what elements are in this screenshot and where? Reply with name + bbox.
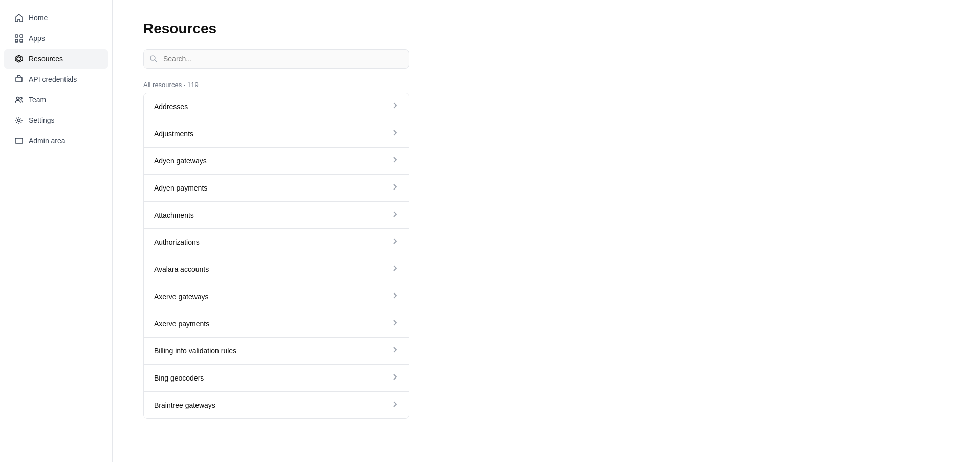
sidebar-item-api-credentials[interactable]: API credentials [4, 70, 108, 89]
resources-count: All resources · 119 [143, 81, 949, 89]
chevron-right-icon [390, 373, 399, 383]
svg-rect-3 [20, 39, 23, 42]
svg-point-11 [150, 56, 155, 60]
resource-name-attachments: Attachments [154, 211, 194, 219]
resource-name-adyen-payments: Adyen payments [154, 184, 207, 192]
svg-point-7 [17, 97, 19, 100]
search-container [143, 49, 949, 69]
resource-name-adyen-gateways: Adyen gateways [154, 157, 207, 165]
resource-item-billing-info-validation-rules[interactable]: Billing info validation rules [144, 338, 409, 365]
sidebar-item-admin-area[interactable]: Admin area [4, 131, 108, 151]
settings-icon [14, 116, 24, 125]
chevron-right-icon [390, 210, 399, 220]
page-title: Resources [143, 20, 949, 37]
chevron-right-icon [390, 129, 399, 139]
svg-line-12 [155, 60, 157, 62]
resources-list: AddressesAdjustmentsAdyen gatewaysAdyen … [143, 93, 409, 419]
chevron-right-icon [390, 156, 399, 166]
sidebar-item-home[interactable]: Home [4, 8, 108, 28]
svg-rect-6 [16, 77, 22, 82]
chevron-right-icon [390, 101, 399, 112]
resource-item-authorizations[interactable]: Authorizations [144, 229, 409, 256]
resource-name-avalara-accounts: Avalara accounts [154, 265, 209, 274]
chevron-right-icon [390, 237, 399, 247]
sidebar-item-label-admin-area: Admin area [29, 137, 66, 145]
chevron-right-icon [390, 400, 399, 410]
svg-rect-0 [15, 35, 18, 37]
chevron-right-icon [390, 183, 399, 193]
sidebar-item-apps[interactable]: Apps [4, 29, 108, 48]
resource-item-adjustments[interactable]: Adjustments [144, 120, 409, 148]
resource-name-bing-geocoders: Bing geocoders [154, 374, 204, 382]
svg-rect-10 [15, 138, 23, 143]
chevron-right-icon [390, 346, 399, 356]
search-input[interactable] [143, 49, 409, 69]
svg-rect-1 [20, 35, 23, 37]
search-icon [149, 55, 158, 63]
svg-marker-5 [17, 57, 21, 61]
resource-name-adjustments: Adjustments [154, 130, 193, 138]
admin-icon [14, 136, 24, 145]
apps-icon [14, 34, 24, 43]
sidebar-item-label-team: Team [29, 96, 46, 104]
svg-point-8 [20, 97, 22, 99]
chevron-right-icon [390, 319, 399, 329]
resource-item-bing-geocoders[interactable]: Bing geocoders [144, 365, 409, 392]
resource-name-billing-info-validation-rules: Billing info validation rules [154, 347, 236, 355]
main-content: Resources All resources · 119 AddressesA… [113, 0, 980, 462]
resource-item-adyen-payments[interactable]: Adyen payments [144, 175, 409, 202]
resource-item-avalara-accounts[interactable]: Avalara accounts [144, 256, 409, 283]
resource-item-braintree-gateways[interactable]: Braintree gateways [144, 392, 409, 418]
resource-name-braintree-gateways: Braintree gateways [154, 401, 215, 409]
resources-icon [14, 54, 24, 64]
svg-point-9 [18, 119, 20, 122]
team-icon [14, 95, 24, 104]
api-icon [14, 75, 24, 84]
resource-name-axerve-payments: Axerve payments [154, 320, 209, 328]
resource-item-axerve-payments[interactable]: Axerve payments [144, 310, 409, 338]
sidebar-item-team[interactable]: Team [4, 90, 108, 110]
home-icon [14, 13, 24, 23]
sidebar-item-resources[interactable]: Resources [4, 49, 108, 69]
resource-name-axerve-gateways: Axerve gateways [154, 292, 209, 301]
sidebar: HomeAppsResourcesAPI credentialsTeamSett… [0, 0, 113, 462]
sidebar-item-label-apps: Apps [29, 34, 45, 43]
chevron-right-icon [390, 264, 399, 275]
resource-name-authorizations: Authorizations [154, 238, 200, 246]
sidebar-item-label-settings: Settings [29, 116, 55, 124]
sidebar-item-label-api-credentials: API credentials [29, 75, 77, 83]
svg-marker-4 [15, 55, 23, 62]
sidebar-item-settings[interactable]: Settings [4, 111, 108, 130]
resource-item-addresses[interactable]: Addresses [144, 93, 409, 120]
resource-name-addresses: Addresses [154, 102, 188, 111]
chevron-right-icon [390, 291, 399, 302]
resource-item-attachments[interactable]: Attachments [144, 202, 409, 229]
sidebar-item-label-resources: Resources [29, 55, 63, 63]
resource-item-axerve-gateways[interactable]: Axerve gateways [144, 283, 409, 310]
svg-rect-2 [15, 39, 18, 42]
sidebar-item-label-home: Home [29, 14, 48, 22]
resource-item-adyen-gateways[interactable]: Adyen gateways [144, 148, 409, 175]
